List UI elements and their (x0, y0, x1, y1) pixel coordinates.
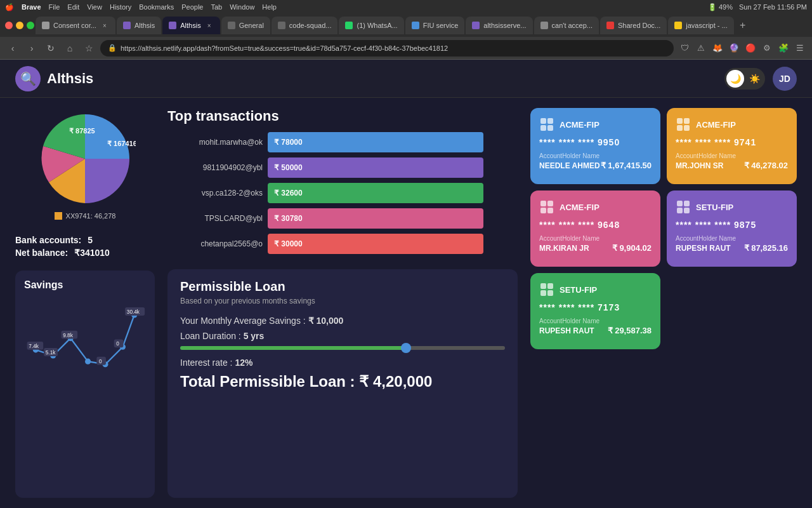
tab-cant-accept[interactable]: can't accep... (534, 17, 599, 34)
svg-rect-32 (547, 208, 553, 213)
lock-icon: 🔒 (108, 44, 117, 52)
back-button[interactable]: ‹ (5, 41, 20, 56)
battery-icon: 🔋 49% (708, 3, 733, 11)
help-menu[interactable]: Help (262, 3, 277, 11)
tab-whatsapp[interactable]: (1) WhatsA... (339, 17, 403, 34)
svg-rect-35 (677, 208, 683, 213)
card-header-4: SETU-FIP (676, 199, 788, 215)
bookmark-button[interactable]: ☆ (81, 41, 96, 56)
bookmarks-menu[interactable]: Bookmarks (139, 3, 174, 11)
card-balance-4: ₹ 87,825.16 (744, 243, 788, 253)
card-header-5: SETU-FIP (539, 282, 652, 297)
close-window-button[interactable] (5, 22, 13, 29)
sun-theme-button[interactable]: ☀️ (745, 70, 763, 88)
menu-icon[interactable]: ☰ (793, 41, 807, 55)
reload-button[interactable]: ↻ (43, 41, 58, 56)
tab-code-squad[interactable]: code-squad... (272, 17, 338, 34)
tab-close-consent[interactable]: × (100, 21, 109, 30)
forward-button[interactable]: › (24, 41, 39, 56)
tab-favicon (278, 22, 285, 29)
brave-menu[interactable]: Brave (22, 3, 41, 11)
loan-slider-thumb[interactable] (401, 343, 411, 353)
card-balance-5: ₹ 29,587.38 (608, 326, 652, 335)
svg-rect-25 (677, 118, 683, 124)
tab-althsis3[interactable]: althsisserve... (466, 17, 532, 34)
svg-point-5 (85, 359, 91, 364)
app-title: Althsis (47, 70, 93, 87)
loan-subtitle: Based on your previous months savings (180, 297, 505, 305)
transaction-row-4: TPSLCARD@ybl ₹ 30780 (167, 208, 518, 229)
tab-javascript[interactable]: javascript - ... (668, 17, 733, 34)
extensions-icon[interactable]: 🧩 (776, 41, 790, 55)
minimize-window-button[interactable] (16, 22, 23, 29)
card-account-label-3: AccountHolder Name (539, 235, 652, 242)
home-button[interactable]: ⌂ (62, 41, 77, 56)
tab-close-althsis2[interactable]: × (205, 21, 214, 30)
brave-shield-icon[interactable]: 🛡 (678, 41, 691, 55)
svg-rect-36 (684, 208, 690, 213)
legend-color-box (55, 212, 62, 220)
tab-favicon-active (169, 22, 176, 29)
settings-icon[interactable]: ⚙ (760, 41, 774, 55)
url-bar[interactable]: 🔒 https://althsis.netlify.app/dash?fromS… (100, 40, 674, 57)
bank-card-9648[interactable]: ACME-FIP **** **** **** 9648 AccountHold… (530, 190, 660, 267)
svg-rect-34 (684, 201, 690, 206)
loan-slider[interactable] (180, 346, 505, 350)
user-avatar[interactable]: JD (773, 67, 797, 91)
transaction-row-1: mohit.marwha@ok ₹ 78000 (167, 132, 518, 152)
legend-text: XX9741: 46,278 (66, 212, 116, 220)
tab-favicon (345, 22, 353, 29)
tab-favicon (472, 22, 480, 29)
tab-general[interactable]: General (221, 17, 270, 34)
pie-legend: XX9741: 46,278 (55, 212, 116, 220)
theme-toggle[interactable]: 🌙 ☀️ (724, 68, 765, 90)
apple-icon[interactable]: 🍎 (5, 3, 14, 11)
bank-card-9875[interactable]: SETU-FIP **** **** **** 9875 AccountHold… (667, 190, 797, 267)
alert-icon[interactable]: ⚠ (694, 41, 708, 55)
svg-text:₹ 87825: ₹ 87825 (69, 127, 95, 135)
mac-os-bar: 🍎 Brave File Edit View History Bookmarks… (0, 0, 812, 14)
loan-slider-container (180, 346, 505, 350)
tab-althsis1[interactable]: Althsis (117, 17, 161, 34)
toolbar-icons: 🛡 ⚠ 🦊 🔮 🔴 ⚙ 🧩 ☰ (678, 41, 807, 55)
tab-consent[interactable]: Consent cor... × (36, 17, 115, 34)
moon-theme-button[interactable]: 🌙 (726, 70, 744, 88)
tab-favicon (674, 22, 682, 29)
card-bank-name-2: ACME-FIP (696, 120, 736, 130)
tab-althsis2-active[interactable]: Althsis × (162, 17, 219, 34)
center-panel: Top transactions mohit.marwha@ok ₹ 78000… (167, 108, 518, 498)
transaction-label-1: mohit.marwha@ok (167, 138, 263, 147)
card-account-label-5: AccountHolder Name (539, 318, 652, 324)
tab-favicon (412, 22, 419, 29)
svg-text:₹ 167416: ₹ 167416 (107, 140, 136, 147)
edit-menu[interactable]: Edit (67, 3, 79, 11)
bank-card-7173[interactable]: SETU-FIP **** **** **** 7173 AccountHold… (530, 273, 660, 349)
window-menu[interactable]: Window (230, 3, 254, 11)
extension-icon-3[interactable]: 🔴 (743, 41, 757, 55)
maximize-window-button[interactable] (27, 22, 34, 29)
card-bank-name-3: ACME-FIP (560, 203, 599, 212)
transaction-bar-5: ₹ 30000 (268, 234, 483, 254)
transaction-bar-4: ₹ 30780 (268, 208, 483, 229)
card-account-label-2: AccountHolder Name (676, 152, 788, 159)
file-menu[interactable]: File (49, 3, 60, 11)
svg-rect-29 (540, 201, 546, 206)
bank-card-9741[interactable]: ACME-FIP **** **** **** 9741 AccountHold… (667, 108, 797, 184)
extension-icon-2[interactable]: 🔮 (727, 41, 741, 55)
svg-rect-24 (547, 125, 553, 131)
transaction-bar-3: ₹ 32600 (268, 183, 483, 203)
app-header: 🔍 Althsis 🌙 ☀️ JD (0, 60, 812, 98)
history-menu[interactable]: History (110, 3, 131, 11)
people-menu[interactable]: People (181, 3, 203, 11)
view-menu[interactable]: View (87, 3, 102, 11)
card-bank-name-5: SETU-FIP (560, 285, 597, 295)
bank-card-9950[interactable]: ACME-FIP **** **** **** 9950 AccountHold… (530, 108, 660, 184)
tab-menu[interactable]: Tab (211, 3, 222, 11)
tab-shared-doc[interactable]: Shared Doc... (600, 17, 667, 34)
extension-icon-1[interactable]: 🦊 (710, 41, 724, 55)
new-tab-button[interactable]: + (735, 18, 750, 33)
svg-rect-39 (540, 290, 546, 296)
tab-fiu[interactable]: FIU service (405, 17, 465, 34)
header-right: 🌙 ☀️ JD (724, 67, 797, 91)
card-holder-name-3: MR.KIRAN JR (539, 244, 589, 253)
